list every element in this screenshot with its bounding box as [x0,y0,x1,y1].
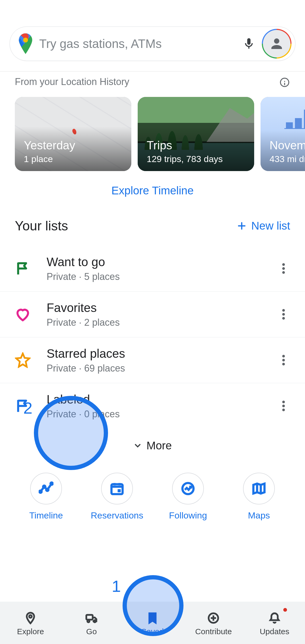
card-title: Trips [147,139,245,152]
list-title: Favorites [47,301,277,315]
nav-saved[interactable]: Saved [122,602,183,644]
quick-label: Maps [248,510,270,521]
quick-action-reservations[interactable]: Reservations [88,473,146,521]
more-options-button[interactable] [277,399,290,413]
card-title: November [270,139,305,152]
search-bar[interactable]: Try gas stations, ATMs [10,26,295,61]
quick-label: Reservations [91,510,143,521]
bookmark-icon [146,612,159,624]
lists-container: Want to go Private · 5 places Favorites … [0,246,305,429]
quick-label: Following [169,510,207,521]
nav-label: Saved [141,627,164,636]
quick-actions-row: Timeline Reservations Following Maps [0,468,305,531]
nav-contribute[interactable]: Contribute [183,602,244,644]
more-options-button[interactable] [277,354,290,367]
list-title: Starred places [47,346,277,361]
plus-icon [237,221,246,231]
list-title: Labeled [47,392,277,406]
svg-point-9 [282,363,285,365]
card-subtitle: 433 mi driven [270,154,305,164]
list-title: Want to go [47,255,277,269]
svg-point-11 [282,405,285,407]
trend-icon [181,481,195,496]
list-item-want-to-go[interactable]: Want to go Private · 5 places [0,246,305,292]
svg-point-7 [282,355,285,357]
top-bar: Try gas stations, ATMs [0,0,305,71]
quick-action-timeline[interactable]: Timeline [17,473,75,521]
svg-point-5 [282,313,285,316]
svg-point-10 [282,401,285,403]
svg-rect-18 [118,489,121,492]
more-options-button[interactable] [277,262,290,275]
info-icon[interactable] [279,77,290,89]
quick-action-following[interactable]: Following [159,473,217,521]
maps-logo-icon [18,34,33,54]
svg-point-12 [282,409,285,411]
nav-go[interactable]: Go [61,602,122,644]
new-list-button[interactable]: New list [237,220,290,232]
nav-label: Go [86,627,97,636]
visited-cards-row: Yesterday 1 place Trips 129 trips, 783 d… [0,87,305,171]
timeline-card-trips[interactable]: Trips 129 trips, 783 days [138,97,254,171]
bell-icon [268,612,281,624]
nav-label: Contribute [195,627,232,636]
timeline-card-month[interactable]: November 433 mi driven [261,97,305,171]
your-lists-heading: Your lists [15,218,68,234]
account-avatar[interactable] [263,30,290,57]
spark-icon [39,481,53,496]
flag-icon [15,398,31,414]
list-subtitle: Private · 69 places [47,363,277,374]
pin-icon [24,612,37,624]
svg-point-0 [23,38,28,42]
star-icon [15,352,31,368]
chevron-down-icon [133,441,142,450]
explore-timeline-link[interactable]: Explore Timeline [111,184,194,197]
visited-subtitle: From your Location History [15,76,290,87]
more-label: More [146,439,172,452]
calendar-icon [110,481,124,496]
timeline-card-yesterday[interactable]: Yesterday 1 place [15,97,131,171]
quick-action-maps[interactable]: Maps [230,473,288,521]
nav-updates[interactable]: Updates [244,602,305,644]
notification-badge-icon [283,608,287,612]
svg-point-15 [46,489,48,491]
list-subtitle: Private · 2 places [47,317,277,328]
card-subtitle: 1 place [24,154,122,164]
card-title: Yesterday [24,139,122,152]
svg-point-3 [282,271,285,274]
nav-explore[interactable]: Explore [0,602,61,644]
svg-point-6 [282,317,285,320]
svg-point-2 [282,267,285,270]
list-subtitle: Private · 5 places [47,271,277,282]
list-item-labeled[interactable]: Labeled Private · 0 places [0,383,305,429]
svg-point-14 [43,486,45,488]
microphone-icon[interactable] [242,37,255,50]
card-subtitle: 129 trips, 783 days [147,154,245,164]
plus-circle-icon [207,612,220,624]
svg-point-4 [282,309,285,312]
svg-point-8 [282,359,285,361]
new-list-label: New list [251,220,290,232]
list-subtitle: Private · 0 places [47,409,277,420]
list-item-starred[interactable]: Starred places Private · 69 places [0,337,305,383]
svg-point-16 [51,482,53,485]
quick-label: Timeline [29,510,63,521]
list-item-favorites[interactable]: Favorites Private · 2 places [0,292,305,337]
svg-point-1 [282,263,285,266]
svg-rect-21 [86,615,93,620]
bottom-nav: Explore Go Saved Contribute Updates [0,602,305,644]
visited-section: From your Location History [0,76,305,87]
map-icon [252,481,266,496]
search-placeholder: Try gas stations, ATMs [39,37,234,51]
flag-icon [15,261,31,276]
more-lists-button[interactable]: More [0,429,305,468]
svg-point-13 [39,490,42,493]
nav-label: Explore [17,627,44,636]
your-lists-header: Your lists New list [0,218,305,234]
more-options-button[interactable] [277,308,290,321]
svg-point-20 [29,615,32,618]
heart-icon [15,306,31,322]
nav-label: Updates [260,627,289,636]
svg-point-22 [87,620,89,622]
commute-icon [85,612,98,624]
